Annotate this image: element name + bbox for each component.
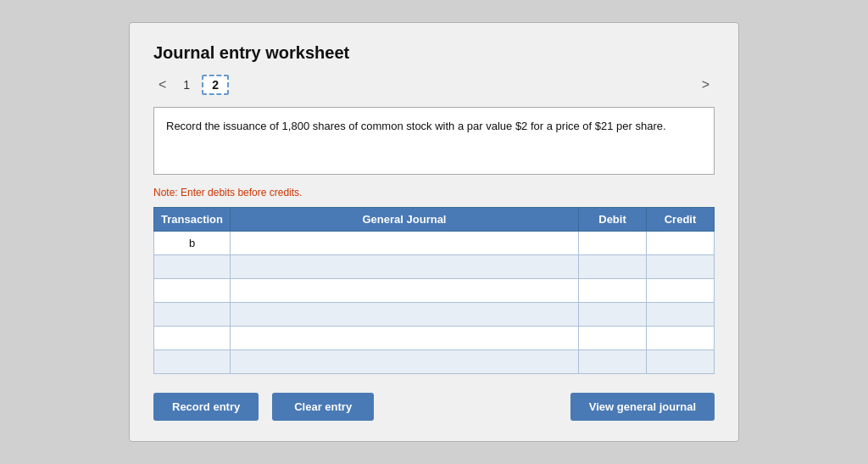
table-cell-transaction-0[interactable]: b: [154, 232, 231, 255]
nav-left-arrow[interactable]: <: [153, 75, 171, 94]
table-row: [154, 327, 715, 350]
table-cell-journal-5[interactable]: [231, 350, 579, 374]
page-title: Journal entry worksheet: [153, 43, 715, 63]
clear-entry-button[interactable]: Clear entry: [272, 393, 374, 421]
table-cell-journal-4[interactable]: [231, 327, 579, 350]
table-row: [154, 350, 715, 374]
table-cell-journal-1[interactable]: [231, 255, 579, 279]
instruction-text: Record the issuance of 1,800 shares of c…: [166, 120, 666, 132]
table-cell-transaction-2[interactable]: [154, 279, 231, 303]
header-debit: Debit: [579, 208, 647, 232]
header-journal: General Journal: [231, 208, 579, 232]
view-general-journal-button[interactable]: View general journal: [570, 393, 715, 421]
header-transaction: Transaction: [154, 208, 231, 232]
table-row: [154, 255, 715, 279]
table-cell-journal-0[interactable]: [231, 232, 579, 255]
table-cell-credit-4[interactable]: [647, 327, 715, 350]
table-cell-journal-3[interactable]: [231, 303, 579, 327]
journal-entry-card: Journal entry worksheet < 1 2 > Record t…: [129, 22, 739, 442]
nav-right-arrow[interactable]: >: [697, 75, 715, 94]
table-cell-journal-2[interactable]: [231, 279, 579, 303]
table-row: [154, 279, 715, 303]
table-cell-debit-1[interactable]: [579, 255, 647, 279]
table-row: [154, 303, 715, 327]
table-cell-transaction-5[interactable]: [154, 350, 231, 374]
table-cell-transaction-1[interactable]: [154, 255, 231, 279]
table-cell-debit-2[interactable]: [579, 279, 647, 303]
nav-page2-active[interactable]: 2: [202, 75, 229, 95]
record-entry-button[interactable]: Record entry: [153, 393, 259, 421]
table-cell-credit-1[interactable]: [647, 255, 715, 279]
table-cell-credit-5[interactable]: [647, 350, 715, 374]
table-cell-transaction-4[interactable]: [154, 327, 231, 350]
button-row: Record entry Clear entry View general jo…: [153, 393, 715, 421]
table-cell-debit-4[interactable]: [579, 327, 647, 350]
table-cell-debit-0[interactable]: [579, 232, 647, 255]
table-cell-credit-2[interactable]: [647, 279, 715, 303]
table-cell-credit-3[interactable]: [647, 303, 715, 327]
table-cell-transaction-3[interactable]: [154, 303, 231, 327]
nav-row: < 1 2 >: [153, 75, 715, 95]
table-cell-debit-5[interactable]: [579, 350, 647, 374]
table-row: b: [154, 232, 715, 255]
table-cell-debit-3[interactable]: [579, 303, 647, 327]
journal-table: Transaction General Journal Debit Credit…: [153, 207, 715, 374]
nav-page1[interactable]: 1: [178, 76, 195, 93]
instruction-box: Record the issuance of 1,800 shares of c…: [153, 107, 715, 175]
table-cell-credit-0[interactable]: [647, 232, 715, 255]
note-text: Note: Enter debits before credits.: [153, 187, 715, 198]
header-credit: Credit: [647, 208, 715, 232]
